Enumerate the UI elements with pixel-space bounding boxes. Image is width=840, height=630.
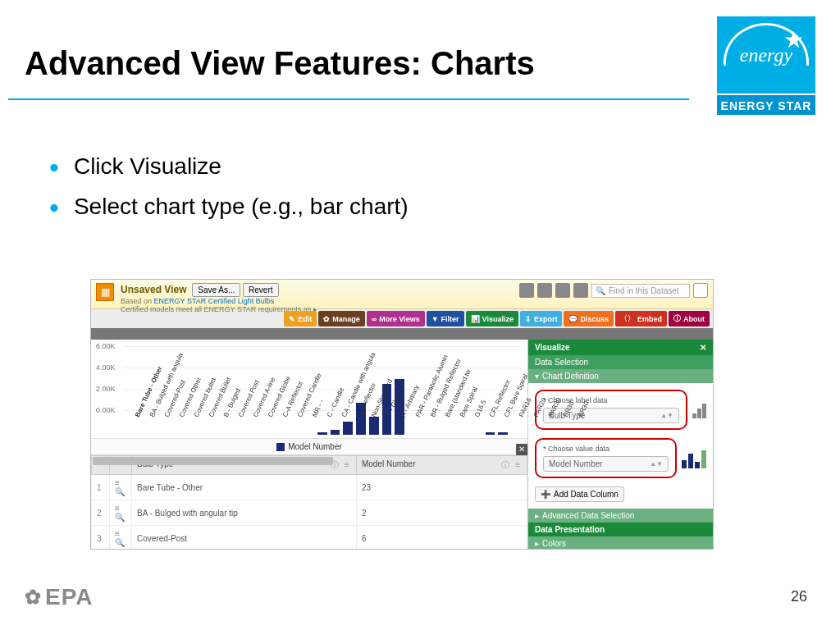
more-views-button[interactable]: ∞More Views	[367, 311, 425, 326]
y-tick: 2.00K	[96, 385, 116, 393]
manage-button[interactable]: ✿Manage	[318, 311, 365, 326]
title-rule	[8, 98, 689, 100]
save-as-button[interactable]: Save As...	[192, 283, 240, 297]
panel-title: Visualize	[535, 343, 570, 352]
epa-logo: ✿EPA	[25, 584, 94, 610]
based-on-prefix: Based on	[121, 297, 154, 305]
gear-icon: ✿	[323, 315, 330, 323]
row-menu-icon[interactable]: ≡ 🔍	[110, 475, 132, 500]
epa-flower-icon: ✿	[25, 586, 42, 609]
y-tick: 6.00K	[96, 342, 116, 350]
link-icon: ∞	[372, 315, 377, 323]
app-screenshot: ▦ Unsaved View Save As... Revert Based o…	[90, 279, 714, 550]
view-mode-icon[interactable]	[573, 283, 588, 298]
panel-subsection[interactable]: ▸Colors	[528, 536, 713, 550]
bullet-item: Select chart type (e.g., bar chart)	[49, 192, 409, 224]
visualize-panel: Visualize✕ Data Selection ▾Chart Definit…	[528, 340, 713, 550]
view-title: Unsaved View	[121, 284, 186, 295]
edit-button[interactable]: ✎Edit	[284, 311, 317, 326]
slide-title: Advanced View Features: Charts	[25, 45, 535, 82]
chart-type-icon[interactable]	[692, 402, 706, 418]
about-button[interactable]: ⓘAbout	[669, 311, 710, 326]
panel-subsection[interactable]: ▾Chart Definition	[528, 369, 713, 383]
energy-star-band: ENERGY STAR	[717, 94, 815, 115]
visualize-button[interactable]: 📊Visualize	[466, 311, 518, 326]
value-prompt: Choose value data	[543, 445, 669, 453]
dataset-icon: ▦	[96, 283, 114, 301]
bar-chart: 6.00K4.00K2.00K0.00KBare Tube - OtherBA …	[91, 340, 527, 438]
chat-icon: 💬	[568, 315, 578, 323]
revert-button[interactable]: Revert	[243, 283, 278, 297]
row-menu-icon[interactable]: ≡ 🔍	[110, 500, 132, 526]
embed-button[interactable]: 〈〉Embed	[615, 311, 667, 326]
y-tick: 0.00K	[96, 406, 116, 414]
value-data-box: Choose value data Model Number▲▼	[535, 438, 677, 478]
panel-section: Data Presentation	[528, 523, 713, 536]
energy-script: energy	[717, 44, 815, 66]
close-icon[interactable]: ✕	[516, 444, 527, 455]
search-icon: 🔍	[596, 286, 605, 295]
label-prompt: Choose label data	[543, 396, 679, 404]
discuss-button[interactable]: 💬Discuss	[564, 311, 614, 326]
export-icon: ⇩	[525, 315, 532, 323]
chevron-down-icon: ▾	[535, 372, 539, 381]
chevron-right-icon: ▸	[535, 511, 539, 520]
updown-icon: ▲▼	[650, 460, 663, 468]
panel-subsection[interactable]: ▸Advanced Data Selection	[528, 509, 713, 523]
updown-icon: ▲▼	[660, 412, 673, 419]
close-icon[interactable]: ✕	[700, 343, 706, 352]
based-on-link[interactable]: ENERGY STAR Certified Light Bulbs	[154, 297, 275, 305]
view-mode-icon[interactable]	[537, 283, 552, 298]
add-data-column-button[interactable]: ➕Add Data Column	[535, 486, 624, 502]
chart-type-icon[interactable]	[682, 449, 706, 468]
table-row[interactable]: 2≡ 🔍BA - Bulged with angular tip2	[92, 500, 527, 526]
pencil-icon: ✎	[289, 315, 295, 323]
energy-star-logo: ★ energy ENERGY STAR	[717, 16, 815, 115]
row-menu-icon[interactable]: ≡ 🔍	[110, 526, 132, 550]
y-tick: 4.00K	[96, 363, 116, 372]
value-data-select[interactable]: Model Number▲▼	[543, 456, 669, 472]
bullet-list: Click Visualize Select chart type (e.g.,…	[49, 144, 409, 232]
table-row[interactable]: 1≡ 🔍Bare Tube - Other23	[92, 475, 527, 500]
table-row[interactable]: 3≡ 🔍Covered-Post6	[92, 526, 527, 550]
page-number: 26	[791, 588, 807, 605]
info-icon: ⓘ	[673, 313, 681, 324]
filter-button[interactable]: ▼Filter	[427, 311, 464, 326]
search-input[interactable]: 🔍 Find in this Dataset	[591, 284, 690, 298]
plus-icon: ➕	[541, 490, 550, 499]
view-mode-icon[interactable]	[555, 283, 570, 298]
view-mode-icon[interactable]	[519, 283, 534, 298]
code-icon: 〈〉	[620, 313, 635, 324]
chart-icon: 📊	[471, 315, 480, 323]
bullet-item: Click Visualize	[49, 152, 409, 184]
gray-bar	[91, 328, 713, 340]
panel-section: Data Selection	[528, 355, 713, 369]
export-button[interactable]: ⇩Export	[520, 311, 563, 326]
expand-icon[interactable]	[693, 283, 708, 298]
chevron-right-icon: ▸	[535, 539, 539, 548]
scrollbar-thumb[interactable]	[93, 457, 333, 465]
filter-icon: ▼	[431, 315, 439, 323]
app-header: ▦ Unsaved View Save As... Revert Based o…	[91, 280, 713, 309]
